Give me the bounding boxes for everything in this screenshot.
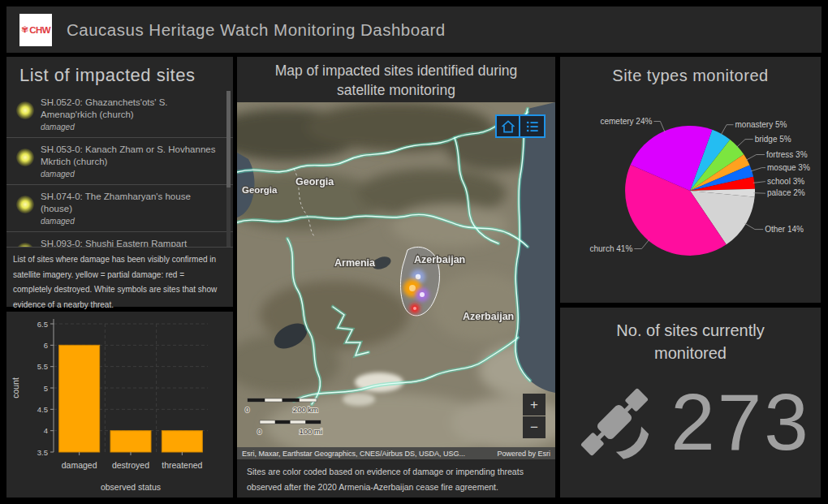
map-attribution: Esri, Maxar, Earthstar Geographics, CNES… xyxy=(242,450,465,458)
svg-text:5: 5 xyxy=(44,384,48,393)
cluster-marker-core xyxy=(420,292,425,297)
svg-text:200 km: 200 km xyxy=(293,405,318,414)
chw-logo-text: CHW xyxy=(29,25,50,35)
list-scrollbar[interactable] xyxy=(226,91,231,247)
svg-text:destroyed: destroyed xyxy=(112,460,149,470)
map-label-azerbaijan-2: Azerbaijan xyxy=(463,311,514,322)
svg-text:6.5: 6.5 xyxy=(37,320,48,329)
svg-text:0: 0 xyxy=(257,427,261,436)
sites-monitored-count: 273 xyxy=(671,382,811,462)
map-caption: Sites are color coded based on evidence … xyxy=(237,459,555,495)
powered-by-esri: Powered by Esri xyxy=(497,450,550,458)
pie-label-fortress: fortress 3% xyxy=(766,150,808,159)
zoom-in-button[interactable]: + xyxy=(523,394,546,416)
pie-panel: Site types monitored monastery 5%bridge … xyxy=(560,57,821,303)
dashboard-title: Caucasus Heritage Watch Monitoring Dashb… xyxy=(67,20,446,40)
pie-label-cemetery: cemetery 24% xyxy=(600,117,652,126)
svg-text:6: 6 xyxy=(44,341,48,350)
damaged-marker-core xyxy=(409,285,416,291)
site-title: SH.052-0: Ghazanchets'ots' S. Amenap'rki… xyxy=(41,97,222,121)
count-panel: No. of sites currently monitored 273 xyxy=(560,308,821,498)
bar-threatened[interactable] xyxy=(162,431,202,452)
site-status: damaged xyxy=(41,170,222,179)
site-status: damaged xyxy=(41,123,222,131)
svg-text:3.5: 3.5 xyxy=(37,448,48,457)
satellite-icon xyxy=(570,377,659,467)
map-title: Map of impacted sites identified during … xyxy=(237,57,555,102)
svg-text:4.5: 4.5 xyxy=(37,405,48,414)
svg-text:count: count xyxy=(11,377,20,398)
site-list[interactable]: SH.052-0: Ghazanchets'ots' S. Amenap'rki… xyxy=(6,91,233,247)
bar-chart-panel: 3.5 4 4.5 5 5.5 6 6.5damageddestroyedthr… xyxy=(6,312,233,498)
list-item[interactable]: SH.053-0: Kanach Zham or S. Hovhannes Mk… xyxy=(6,138,233,185)
chw-logo: ✾ CHW xyxy=(19,14,52,46)
threat-marker-core xyxy=(416,274,420,279)
map-label-armenia: Armenia xyxy=(334,257,376,269)
header: ✾ CHW Caucasus Heritage Watch Monitoring… xyxy=(6,6,822,53)
home-icon xyxy=(500,118,516,135)
damage-dot-icon xyxy=(16,196,34,213)
svg-text:5.5: 5.5 xyxy=(37,362,48,371)
pie-label-Other: Other 14% xyxy=(765,225,804,234)
site-status: damaged xyxy=(41,217,222,226)
site-title: SH.074-0: The Zhamharyan's house (house) xyxy=(41,191,222,215)
pie-label-church: church 41% xyxy=(589,244,632,253)
list-scrollbar-thumb[interactable] xyxy=(226,91,231,187)
map-attribution-bar: Esri, Maxar, Earthstar Geographics, CNES… xyxy=(237,447,555,459)
map-viewport[interactable]: Georgia Georgia Armenia Azerbaijan Azerb… xyxy=(237,102,555,447)
list-item[interactable]: SH.052-0: Ghazanchets'ots' S. Amenap'rki… xyxy=(6,91,233,138)
legend-list-icon xyxy=(524,118,541,135)
legend-button[interactable] xyxy=(520,114,546,138)
home-button[interactable] xyxy=(495,114,520,138)
pie-title: Site types monitored xyxy=(560,57,821,85)
site-types-pie-chart: monastery 5%bridge 5%fortress 3%mosque 3… xyxy=(560,85,821,292)
pie-label-palace: palace 2% xyxy=(767,188,805,197)
zoom-out-button[interactable]: − xyxy=(523,416,546,438)
observed-status-bar-chart: 3.5 4 4.5 5 5.5 6 6.5damageddestroyedthr… xyxy=(6,312,233,498)
damage-dot-icon xyxy=(16,243,34,247)
damage-dot-icon xyxy=(16,149,34,166)
list-caption: List of sites where damage has been visi… xyxy=(6,247,233,312)
map-label-azerbaijan-1: Azerbaijan xyxy=(414,254,465,265)
svg-text:4: 4 xyxy=(44,426,48,435)
destroyed-marker-core xyxy=(413,307,416,310)
satellite-basemap[interactable]: Georgia Georgia Armenia Azerbaijan Azerb… xyxy=(237,102,555,447)
list-item[interactable]: SH.074-0: The Zhamharyan's house (house)… xyxy=(6,185,233,232)
count-title: No. of sites currently monitored xyxy=(560,308,821,364)
pie-label-monastery: monastery 5% xyxy=(735,120,787,129)
svg-text:threatened: threatened xyxy=(162,460,202,470)
svg-text:observed status: observed status xyxy=(101,482,161,492)
svg-text:damaged: damaged xyxy=(62,460,97,470)
bar-damaged[interactable] xyxy=(59,345,100,452)
pie-label-mosque: mosque 3% xyxy=(767,163,810,172)
list-panel: List of impacted sites SH.052-0: Ghazanc… xyxy=(6,57,233,307)
list-item[interactable]: SH.093-0: Shushi Eastern Rampart (fortif… xyxy=(6,232,233,247)
pie-label-bridge: bridge 5% xyxy=(755,135,791,144)
map-label-georgia-2: Georgia xyxy=(295,176,334,187)
map-label-georgia-1: Georgia xyxy=(242,185,278,195)
pie-label-school: school 3% xyxy=(767,177,804,186)
chw-logo-icon: ✾ xyxy=(21,24,28,35)
site-title: SH.093-0: Shushi Eastern Rampart (fortif… xyxy=(41,238,222,247)
damage-dot-icon xyxy=(16,101,34,119)
svg-text:0: 0 xyxy=(245,405,249,414)
list-title: List of impacted sites xyxy=(6,57,233,91)
svg-text:100 mi: 100 mi xyxy=(299,427,322,436)
map-panel: Map of impacted sites identified during … xyxy=(237,57,555,498)
bar-destroyed[interactable] xyxy=(110,431,151,452)
site-title: SH.053-0: Kanach Zham or S. Hovhannes Mk… xyxy=(41,144,222,168)
